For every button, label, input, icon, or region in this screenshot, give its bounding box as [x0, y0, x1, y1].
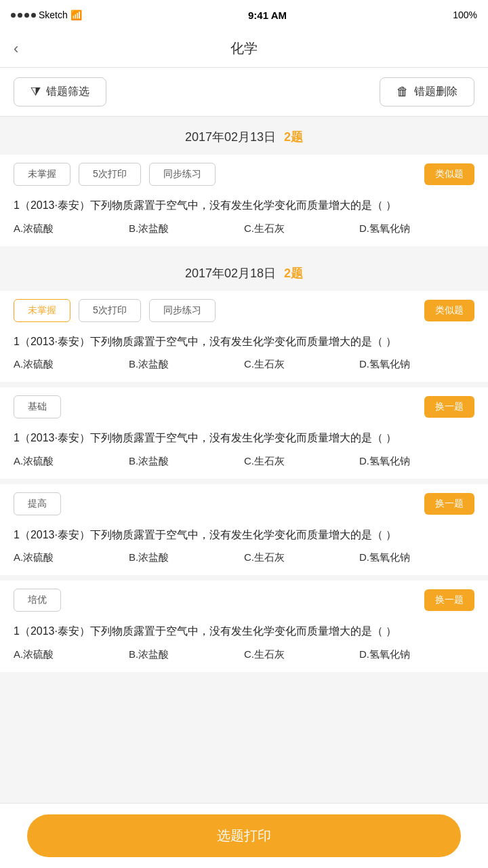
- option-a-4: A.浓硫酸: [14, 551, 129, 564]
- question-text-1: 1（2013·泰安）下列物质露置于空气中，没有发生化学变化而质量增大的是（ ）: [14, 197, 474, 214]
- similar-btn-1[interactable]: 类似题: [424, 163, 474, 185]
- battery-indicator: 100%: [453, 9, 477, 20]
- question-text-5: 1（2013·泰安）下列物质露置于空气中，没有发生化学变化而质量增大的是（ ）: [14, 623, 474, 640]
- swap-btn-4[interactable]: 换一题: [424, 493, 474, 515]
- app-name: Sketch: [39, 9, 68, 20]
- option-c-5: C.生石灰: [244, 648, 359, 661]
- tag-btn-not-mastered-2[interactable]: 未掌握: [14, 299, 70, 322]
- bottom-spacer: [0, 672, 488, 699]
- option-d-1: D.氢氧化钠: [359, 222, 474, 235]
- option-b-4: B.浓盐酸: [129, 551, 244, 564]
- tag-btn-advanced[interactable]: 提高: [14, 492, 61, 515]
- tag-btn-print-2[interactable]: 5次打印: [79, 299, 141, 322]
- filter-icon: ⧩: [30, 85, 41, 99]
- similar-btn-2[interactable]: 类似题: [424, 300, 474, 321]
- option-d-5: D.氢氧化钠: [359, 648, 474, 661]
- date-count-2: 2题: [284, 265, 303, 281]
- question-text-3: 1（2013·泰安）下列物质露置于空气中，没有发生化学变化而质量增大的是（ ）: [14, 429, 474, 447]
- question-options-4: A.浓硫酸 B.浓盐酸 C.生石灰 D.氢氧化钠: [14, 551, 474, 564]
- option-b-5: B.浓盐酸: [129, 648, 244, 661]
- date-header-1: 2017年02月13日 2题: [0, 117, 488, 155]
- sub-divider-1: [0, 382, 488, 387]
- toolbar: ⧩ 错题筛选 🗑 错题删除: [0, 68, 488, 117]
- tag-btn-sync-1[interactable]: 同步练习: [149, 163, 216, 186]
- status-left: Sketch 📶: [11, 9, 82, 20]
- option-a-3: A.浓硫酸: [14, 455, 129, 468]
- option-c-2: C.生石灰: [244, 358, 359, 371]
- bottom-bar: 选题打印: [0, 803, 488, 868]
- filter-button[interactable]: ⧩ 错题筛选: [14, 77, 106, 106]
- delete-icon: 🗑: [396, 85, 409, 99]
- print-button[interactable]: 选题打印: [27, 814, 461, 857]
- delete-label: 错题删除: [414, 85, 458, 99]
- question-body-4: 1（2013·泰安）下列物质露置于空气中，没有发生化学变化而质量增大的是（ ） …: [0, 524, 488, 576]
- status-time: 9:41 AM: [248, 9, 287, 21]
- question-text-2: 1（2013·泰安）下列物质露置于空气中，没有发生化学变化而质量增大的是（ ）: [14, 333, 474, 351]
- tag-btn-basic[interactable]: 基础: [14, 395, 61, 418]
- wifi-icon: 📶: [70, 9, 82, 20]
- option-a-1: A.浓硫酸: [14, 222, 129, 235]
- date-text-1: 2017年02月13日: [185, 129, 276, 145]
- question-actions-4: 提高 换一题: [0, 484, 488, 524]
- delete-button[interactable]: 🗑 错题删除: [380, 77, 474, 106]
- option-a-2: A.浓硫酸: [14, 358, 129, 371]
- tag-btn-elite[interactable]: 培优: [14, 589, 61, 612]
- question-body-1: 1（2013·泰安）下列物质露置于空气中，没有发生化学变化而质量增大的是（ ） …: [0, 194, 488, 246]
- option-c-1: C.生石灰: [244, 222, 359, 235]
- question-card-2: 未掌握 5次打印 同步练习 类似题 1（2013·泰安）下列物质露置于空气中，没…: [0, 291, 488, 382]
- question-actions-1: 未掌握 5次打印 同步练习 类似题: [0, 155, 488, 194]
- option-c-3: C.生石灰: [244, 455, 359, 468]
- question-card-1: 未掌握 5次打印 同步练习 类似题 1（2013·泰安）下列物质露置于空气中，没…: [0, 155, 488, 246]
- question-options-3: A.浓硫酸 B.浓盐酸 C.生石灰 D.氢氧化钠: [14, 455, 474, 468]
- question-actions-5: 培优 换一题: [0, 580, 488, 620]
- swap-btn-5[interactable]: 换一题: [424, 589, 474, 611]
- sub-divider-2: [0, 479, 488, 484]
- option-d-4: D.氢氧化钠: [359, 551, 474, 564]
- question-actions-3: 基础 换一题: [0, 387, 488, 427]
- question-options-5: A.浓硫酸 B.浓盐酸 C.生石灰 D.氢氧化钠: [14, 648, 474, 661]
- option-d-2: D.氢氧化钠: [359, 358, 474, 371]
- date-section-2: 2017年02月18日 2题 未掌握 5次打印 同步练习 类似题 1（2013·…: [0, 253, 488, 672]
- date-text-2: 2017年02月18日: [185, 265, 276, 281]
- date-count-1: 2题: [284, 129, 303, 145]
- scroll-area: 2017年02月13日 2题 未掌握 5次打印 同步练习 类似题 1（2013·…: [0, 117, 488, 781]
- question-options-1: A.浓硫酸 B.浓盐酸 C.生石灰 D.氢氧化钠: [14, 222, 474, 235]
- option-a-5: A.浓硫酸: [14, 648, 129, 661]
- swap-btn-3[interactable]: 换一题: [424, 396, 474, 418]
- nav-bar: ‹ 化学: [0, 30, 488, 68]
- option-c-4: C.生石灰: [244, 551, 359, 564]
- question-card-5: 培优 换一题 1（2013·泰安）下列物质露置于空气中，没有发生化学变化而质量增…: [0, 580, 488, 672]
- question-options-2: A.浓硫酸 B.浓盐酸 C.生石灰 D.氢氧化钠: [14, 358, 474, 371]
- option-b-3: B.浓盐酸: [129, 455, 244, 468]
- tag-btn-sync-2[interactable]: 同步练习: [149, 299, 216, 322]
- sub-divider-3: [0, 575, 488, 580]
- question-body-2: 1（2013·泰安）下列物质露置于空气中，没有发生化学变化而质量增大的是（ ） …: [0, 330, 488, 382]
- option-b-2: B.浓盐酸: [129, 358, 244, 371]
- option-d-3: D.氢氧化钠: [359, 455, 474, 468]
- question-body-5: 1（2013·泰安）下列物质露置于空气中，没有发生化学变化而质量增大的是（ ） …: [0, 620, 488, 672]
- question-text-4: 1（2013·泰安）下列物质露置于空气中，没有发生化学变化而质量增大的是（ ）: [14, 526, 474, 544]
- page-title: 化学: [230, 39, 258, 58]
- status-bar: Sketch 📶 9:41 AM 100%: [0, 0, 488, 30]
- signal-icon: [11, 13, 36, 18]
- question-card-3: 基础 换一题 1（2013·泰安）下列物质露置于空气中，没有发生化学变化而质量增…: [0, 387, 488, 479]
- section-divider-1: [0, 246, 488, 253]
- date-header-2: 2017年02月18日 2题: [0, 253, 488, 291]
- tag-btn-print-1[interactable]: 5次打印: [79, 163, 141, 186]
- back-button[interactable]: ‹: [14, 40, 18, 58]
- date-section-1: 2017年02月13日 2题 未掌握 5次打印 同步练习 类似题 1（2013·…: [0, 117, 488, 246]
- tag-btn-not-mastered-1[interactable]: 未掌握: [14, 163, 70, 186]
- question-actions-2: 未掌握 5次打印 同步练习 类似题: [0, 291, 488, 330]
- option-b-1: B.浓盐酸: [129, 222, 244, 235]
- question-card-4: 提高 换一题 1（2013·泰安）下列物质露置于空气中，没有发生化学变化而质量增…: [0, 484, 488, 576]
- filter-label: 错题筛选: [46, 85, 89, 99]
- question-body-3: 1（2013·泰安）下列物质露置于空气中，没有发生化学变化而质量增大的是（ ） …: [0, 427, 488, 479]
